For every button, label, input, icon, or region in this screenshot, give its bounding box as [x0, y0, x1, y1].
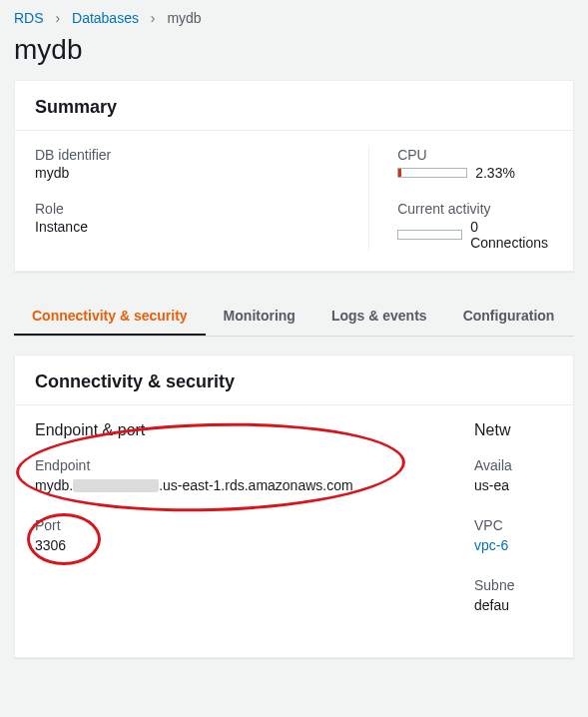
- endpoint-redacted: [73, 479, 159, 492]
- tab-configuration[interactable]: Configuration: [445, 296, 573, 336]
- endpoint-value: mydb..us-east-1.rds.amazonaws.com: [35, 477, 454, 493]
- tab-logs-events[interactable]: Logs & events: [313, 296, 445, 336]
- connectivity-security-heading: Connectivity & security: [15, 356, 573, 405]
- port-value: 3306: [35, 537, 454, 553]
- port-label: Port: [35, 517, 454, 533]
- activity-field: Current activity 0 Connections: [397, 201, 553, 251]
- vpc-field: VPC vpc-6: [474, 517, 553, 553]
- vpc-value[interactable]: vpc-6: [474, 537, 553, 553]
- db-identifier-value: mydb: [35, 165, 368, 181]
- role-value: Instance: [35, 219, 368, 235]
- activity-value: 0 Connections: [470, 219, 553, 251]
- role-field: Role Instance: [35, 201, 368, 235]
- port-field: Port 3306: [35, 517, 454, 553]
- db-identifier-field: DB identifier mydb: [35, 147, 368, 181]
- db-identifier-label: DB identifier: [35, 147, 368, 163]
- role-label: Role: [35, 201, 368, 217]
- endpoint-suffix: .us-east-1.rds.amazonaws.com: [159, 477, 353, 493]
- endpoint-prefix: mydb.: [35, 477, 73, 493]
- tab-monitoring[interactable]: Monitoring: [206, 296, 313, 336]
- az-label: Availa: [474, 457, 553, 473]
- cpu-label: CPU: [397, 147, 553, 163]
- endpoint-port-heading: Endpoint & port: [35, 421, 454, 439]
- summary-panel: Summary DB identifier mydb Role Instance…: [14, 80, 574, 272]
- cpu-value: 2.33%: [475, 165, 515, 181]
- endpoint-field: Endpoint mydb..us-east-1.rds.amazonaws.c…: [35, 457, 454, 493]
- activity-label: Current activity: [397, 201, 553, 217]
- activity-meter: [397, 230, 462, 240]
- chevron-right-icon: ›: [143, 10, 164, 26]
- breadcrumb-current: mydb: [167, 10, 201, 26]
- az-value: us-ea: [474, 477, 553, 493]
- cpu-field: CPU 2.33%: [397, 147, 553, 181]
- chevron-right-icon: ›: [47, 10, 68, 26]
- subnet-label: Subne: [474, 577, 553, 593]
- endpoint-label: Endpoint: [35, 457, 454, 473]
- tabs: Connectivity & security Monitoring Logs …: [14, 290, 574, 337]
- tab-connectivity-security[interactable]: Connectivity & security: [14, 296, 206, 336]
- connectivity-security-panel: Connectivity & security Endpoint & port …: [14, 355, 574, 658]
- breadcrumb: RDS › Databases › mydb: [0, 0, 588, 30]
- subnet-field: Subne defau: [474, 577, 553, 613]
- summary-heading: Summary: [15, 81, 573, 131]
- subnet-value: defau: [474, 597, 553, 613]
- page-title: mydb: [14, 34, 574, 66]
- vpc-label: VPC: [474, 517, 553, 533]
- networking-heading: Netw: [474, 421, 553, 439]
- breadcrumb-databases[interactable]: Databases: [72, 10, 139, 26]
- cpu-meter: [397, 168, 467, 178]
- breadcrumb-rds[interactable]: RDS: [14, 10, 44, 26]
- availability-zone-field: Availa us-ea: [474, 457, 553, 493]
